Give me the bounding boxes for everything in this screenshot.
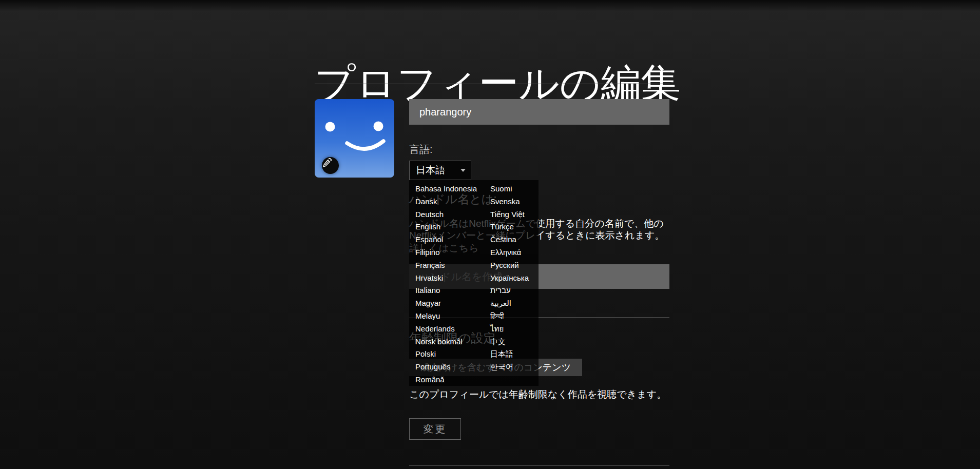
language-option[interactable]: Dansk	[415, 196, 490, 208]
language-option[interactable]: Español	[415, 233, 490, 246]
language-option[interactable]: English	[415, 221, 490, 233]
language-option[interactable]: Polski	[415, 348, 490, 361]
language-option[interactable]: Română	[415, 374, 490, 386]
profile-avatar[interactable]	[315, 99, 394, 178]
language-option[interactable]: 한국어	[490, 361, 539, 374]
language-select[interactable]: 日本語	[409, 161, 471, 180]
change-maturity-button[interactable]: 変更	[409, 418, 461, 440]
language-option[interactable]: Українська	[490, 272, 539, 285]
language-menu: Bahasa Indonesia Dansk Deutsch English E…	[409, 180, 539, 386]
language-option[interactable]: Čeština	[490, 233, 539, 246]
language-select-value: 日本語	[416, 164, 457, 177]
chevron-down-icon	[460, 169, 466, 172]
language-option[interactable]: Svenska	[490, 196, 539, 208]
language-option[interactable]: Melayu	[415, 310, 490, 323]
profile-name-input[interactable]	[409, 99, 669, 125]
language-option[interactable]: Bahasa Indonesia	[415, 183, 490, 196]
maturity-note: このプロフィールでは年齢制限なく作品を視聴できます。	[409, 388, 666, 401]
language-option[interactable]: Русский	[490, 259, 539, 272]
edit-profile-page: プロフィールの編集 言語: 日本語 ハンドル名とは: ハンドル名はNetflix…	[0, 0, 980, 469]
language-option[interactable]: Türkçe	[490, 221, 539, 233]
language-option[interactable]: Deutsch	[415, 208, 490, 221]
pencil-icon	[322, 157, 333, 168]
bottom-divider	[409, 465, 669, 466]
language-option[interactable]: עברית	[490, 284, 539, 297]
language-option[interactable]: Hrvatski	[415, 272, 490, 285]
language-option[interactable]: हिन्दी	[490, 310, 539, 323]
language-option[interactable]: Ελληνικά	[490, 246, 539, 259]
edit-avatar-button[interactable]	[322, 157, 339, 174]
language-option[interactable]: Français	[415, 259, 490, 272]
language-option[interactable]: Nederlands	[415, 323, 490, 336]
language-label: 言語:	[409, 143, 433, 157]
language-option[interactable]: Tiếng Việt	[490, 208, 539, 221]
language-option[interactable]: 中文	[490, 336, 539, 348]
language-option[interactable]: Suomi	[490, 183, 539, 196]
language-option[interactable]: Norsk bokmål	[415, 336, 490, 348]
language-option[interactable]: Português	[415, 361, 490, 374]
language-option[interactable]: Magyar	[415, 297, 490, 310]
language-option[interactable]: العربية	[490, 297, 539, 310]
language-option[interactable]: Filipino	[415, 246, 490, 259]
language-option[interactable]: ไทย	[490, 323, 539, 336]
language-option[interactable]: 日本語	[490, 348, 539, 361]
title-divider	[315, 84, 670, 84]
language-option[interactable]: Italiano	[415, 284, 490, 297]
